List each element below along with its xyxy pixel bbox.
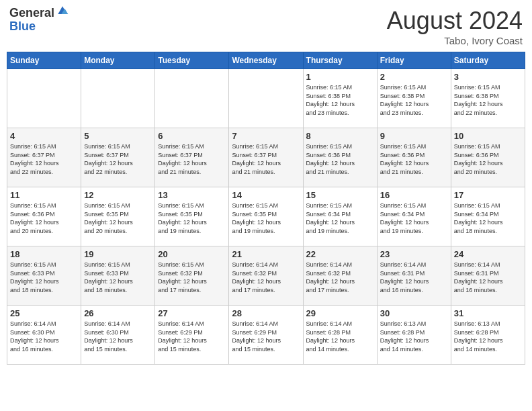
- day-info: Sunrise: 6:15 AM Sunset: 6:38 PM Dayligh…: [454, 83, 522, 117]
- day-info: Sunrise: 6:15 AM Sunset: 6:33 PM Dayligh…: [10, 261, 78, 294]
- day-number: 28: [232, 308, 300, 318]
- day-number: 18: [10, 249, 78, 259]
- day-info: Sunrise: 6:14 AM Sunset: 6:32 PM Dayligh…: [232, 261, 300, 294]
- header-tuesday: Tuesday: [155, 52, 229, 69]
- day-number: 15: [306, 190, 374, 200]
- day-info: Sunrise: 6:15 AM Sunset: 6:37 PM Dayligh…: [84, 142, 152, 176]
- day-number: 29: [306, 308, 374, 318]
- day-info: Sunrise: 6:15 AM Sunset: 6:37 PM Dayligh…: [10, 142, 78, 176]
- calendar-cell: [7, 69, 81, 128]
- day-number: 17: [454, 190, 522, 200]
- calendar-cell: 9Sunrise: 6:15 AM Sunset: 6:36 PM Daylig…: [377, 128, 451, 187]
- calendar-cell: 19Sunrise: 6:15 AM Sunset: 6:33 PM Dayli…: [81, 246, 155, 306]
- calendar-cell: 8Sunrise: 6:15 AM Sunset: 6:36 PM Daylig…: [303, 128, 377, 187]
- day-number: 26: [84, 308, 152, 318]
- day-number: 21: [232, 249, 300, 259]
- day-number: 1: [306, 72, 374, 82]
- location-subtitle: Tabo, Ivory Coast: [387, 35, 523, 46]
- day-number: 23: [380, 249, 448, 259]
- day-number: 5: [84, 131, 152, 141]
- week-row-5: 25Sunrise: 6:14 AM Sunset: 6:30 PM Dayli…: [7, 306, 525, 365]
- day-info: Sunrise: 6:15 AM Sunset: 6:37 PM Dayligh…: [232, 142, 300, 176]
- day-info: Sunrise: 6:15 AM Sunset: 6:36 PM Dayligh…: [380, 142, 448, 176]
- calendar-cell: 21Sunrise: 6:14 AM Sunset: 6:32 PM Dayli…: [229, 246, 303, 306]
- week-row-1: 1Sunrise: 6:15 AM Sunset: 6:38 PM Daylig…: [7, 69, 525, 128]
- day-number: 11: [10, 190, 78, 200]
- calendar-cell: 12Sunrise: 6:15 AM Sunset: 6:35 PM Dayli…: [81, 187, 155, 246]
- day-info: Sunrise: 6:14 AM Sunset: 6:32 PM Dayligh…: [306, 261, 374, 294]
- day-number: 24: [454, 249, 522, 259]
- day-number: 30: [380, 308, 448, 318]
- day-number: 25: [10, 308, 78, 318]
- calendar-cell: 10Sunrise: 6:15 AM Sunset: 6:36 PM Dayli…: [451, 128, 525, 187]
- calendar-cell: 30Sunrise: 6:13 AM Sunset: 6:28 PM Dayli…: [377, 306, 451, 365]
- day-info: Sunrise: 6:14 AM Sunset: 6:31 PM Dayligh…: [380, 261, 448, 294]
- day-info: Sunrise: 6:14 AM Sunset: 6:30 PM Dayligh…: [10, 320, 78, 353]
- day-info: Sunrise: 6:15 AM Sunset: 6:36 PM Dayligh…: [306, 142, 374, 176]
- day-info: Sunrise: 6:15 AM Sunset: 6:33 PM Dayligh…: [84, 261, 152, 294]
- calendar-cell: 15Sunrise: 6:15 AM Sunset: 6:34 PM Dayli…: [303, 187, 377, 246]
- day-number: 8: [306, 131, 374, 141]
- day-info: Sunrise: 6:15 AM Sunset: 6:35 PM Dayligh…: [158, 201, 226, 235]
- calendar-cell: 22Sunrise: 6:14 AM Sunset: 6:32 PM Dayli…: [303, 246, 377, 306]
- day-number: 13: [158, 190, 226, 200]
- day-info: Sunrise: 6:15 AM Sunset: 6:34 PM Dayligh…: [454, 201, 522, 235]
- logo-general-text: General: [9, 7, 54, 20]
- day-number: 12: [84, 190, 152, 200]
- page-header: General Blue August 2024 Tabo, Ivory Coa…: [7, 7, 525, 46]
- calendar-cell: 11Sunrise: 6:15 AM Sunset: 6:36 PM Dayli…: [7, 187, 81, 246]
- calendar-cell: 20Sunrise: 6:15 AM Sunset: 6:32 PM Dayli…: [155, 246, 229, 306]
- day-info: Sunrise: 6:15 AM Sunset: 6:37 PM Dayligh…: [158, 142, 226, 176]
- calendar-cell: 23Sunrise: 6:14 AM Sunset: 6:31 PM Dayli…: [377, 246, 451, 306]
- calendar-cell: 29Sunrise: 6:14 AM Sunset: 6:28 PM Dayli…: [303, 306, 377, 365]
- day-number: 6: [158, 131, 226, 141]
- week-row-2: 4Sunrise: 6:15 AM Sunset: 6:37 PM Daylig…: [7, 128, 525, 187]
- calendar-cell: 27Sunrise: 6:14 AM Sunset: 6:29 PM Dayli…: [155, 306, 229, 365]
- day-number: 4: [10, 131, 78, 141]
- day-number: 20: [158, 249, 226, 259]
- day-info: Sunrise: 6:15 AM Sunset: 6:34 PM Dayligh…: [306, 201, 374, 235]
- day-number: 3: [454, 72, 522, 82]
- day-info: Sunrise: 6:15 AM Sunset: 6:35 PM Dayligh…: [232, 201, 300, 235]
- day-info: Sunrise: 6:14 AM Sunset: 6:29 PM Dayligh…: [232, 320, 300, 353]
- header-monday: Monday: [81, 52, 155, 69]
- calendar-cell: 28Sunrise: 6:14 AM Sunset: 6:29 PM Dayli…: [229, 306, 303, 365]
- calendar-cell: [155, 69, 229, 128]
- day-info: Sunrise: 6:15 AM Sunset: 6:36 PM Dayligh…: [454, 142, 522, 176]
- day-info: Sunrise: 6:15 AM Sunset: 6:32 PM Dayligh…: [158, 261, 226, 294]
- week-row-3: 11Sunrise: 6:15 AM Sunset: 6:36 PM Dayli…: [7, 187, 525, 246]
- calendar-cell: 4Sunrise: 6:15 AM Sunset: 6:37 PM Daylig…: [7, 128, 81, 187]
- day-number: 2: [380, 72, 448, 82]
- day-info: Sunrise: 6:14 AM Sunset: 6:29 PM Dayligh…: [158, 320, 226, 353]
- header-sunday: Sunday: [7, 52, 81, 69]
- day-info: Sunrise: 6:15 AM Sunset: 6:38 PM Dayligh…: [380, 83, 448, 117]
- calendar-cell: 1Sunrise: 6:15 AM Sunset: 6:38 PM Daylig…: [303, 69, 377, 128]
- calendar-cell: [81, 69, 155, 128]
- title-block: August 2024 Tabo, Ivory Coast: [387, 7, 523, 46]
- calendar-cell: [229, 69, 303, 128]
- logo-blue-text: Blue: [9, 20, 69, 34]
- day-number: 14: [232, 190, 300, 200]
- day-info: Sunrise: 6:13 AM Sunset: 6:28 PM Dayligh…: [454, 320, 522, 353]
- day-info: Sunrise: 6:14 AM Sunset: 6:31 PM Dayligh…: [454, 261, 522, 294]
- day-number: 9: [380, 131, 448, 141]
- day-info: Sunrise: 6:15 AM Sunset: 6:36 PM Dayligh…: [10, 201, 78, 235]
- calendar-cell: 24Sunrise: 6:14 AM Sunset: 6:31 PM Dayli…: [451, 246, 525, 306]
- week-row-4: 18Sunrise: 6:15 AM Sunset: 6:33 PM Dayli…: [7, 246, 525, 306]
- header-saturday: Saturday: [451, 52, 525, 69]
- day-number: 7: [232, 131, 300, 141]
- calendar-cell: 31Sunrise: 6:13 AM Sunset: 6:28 PM Dayli…: [451, 306, 525, 365]
- calendar-cell: 17Sunrise: 6:15 AM Sunset: 6:34 PM Dayli…: [451, 187, 525, 246]
- calendar-cell: 16Sunrise: 6:15 AM Sunset: 6:34 PM Dayli…: [377, 187, 451, 246]
- day-number: 22: [306, 249, 374, 259]
- logo: General Blue: [9, 7, 69, 34]
- header-thursday: Thursday: [303, 52, 377, 69]
- day-number: 10: [454, 131, 522, 141]
- day-number: 19: [84, 249, 152, 259]
- day-info: Sunrise: 6:15 AM Sunset: 6:38 PM Dayligh…: [306, 83, 374, 117]
- day-info: Sunrise: 6:14 AM Sunset: 6:30 PM Dayligh…: [84, 320, 152, 353]
- calendar-cell: 5Sunrise: 6:15 AM Sunset: 6:37 PM Daylig…: [81, 128, 155, 187]
- calendar-cell: 14Sunrise: 6:15 AM Sunset: 6:35 PM Dayli…: [229, 187, 303, 246]
- header-row: SundayMondayTuesdayWednesdayThursdayFrid…: [7, 52, 525, 69]
- day-info: Sunrise: 6:15 AM Sunset: 6:34 PM Dayligh…: [380, 201, 448, 235]
